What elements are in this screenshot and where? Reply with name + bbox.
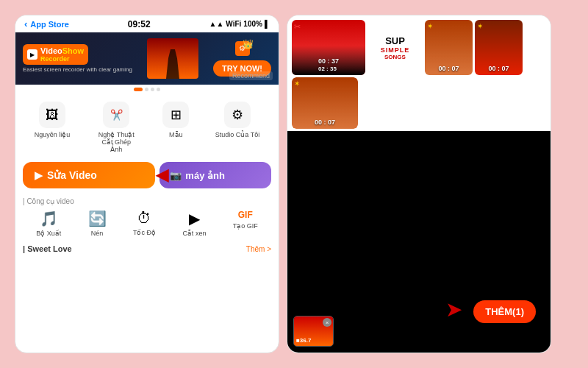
tools-grid: 🎵 Bộ Xuất 🔄 Nén ⏱ Tốc Độ ▶ Cắt xen GIF xyxy=(23,210,271,237)
tool-tao-gif[interactable]: GIF Tạo GIF xyxy=(233,210,258,237)
ad-logo-text1: VideoShow xyxy=(40,46,84,55)
ad-banner: ▶ VideoShow Recorder Easiest screen reco… xyxy=(15,32,279,85)
dot-2 xyxy=(145,88,148,91)
thumb-row2-1[interactable]: ✶ 00 : 07 xyxy=(292,77,358,129)
ad-logo-text2: Recorder xyxy=(40,55,84,63)
sup-text: SUP xyxy=(385,35,405,46)
nen-icon: 🔄 xyxy=(88,210,107,227)
left-panel: ‹ App Store 09:52 ▲▲ WiFi 100% ▌ ▶ Video… xyxy=(15,15,279,353)
ad-crown-area: ⚙ 👑 xyxy=(235,41,250,56)
tools-title: | Công cụ video xyxy=(23,197,271,205)
menu-item-mau[interactable]: ⊞ Mẫu xyxy=(162,102,189,153)
thumb-1-scissors: ✂ xyxy=(294,22,301,32)
bo-xuat-label: Bộ Xuất xyxy=(36,230,61,237)
thumb-row2-1-time: 00 : 07 xyxy=(315,118,335,126)
mau-label: Mẫu xyxy=(169,131,183,138)
thumbnails-row-2: ✶ 00 : 07 xyxy=(287,77,551,131)
tool-nen[interactable]: 🔄 Nén xyxy=(88,210,107,237)
nghe-thuat-icon: ✂️ xyxy=(103,102,129,128)
thumb-star-1: ✶ xyxy=(427,22,433,30)
photo-btn-label: máy ảnh xyxy=(185,170,225,181)
cat-xen-label: Cắt xen xyxy=(182,230,206,237)
ad-hero xyxy=(138,38,207,79)
mau-icon: ⊞ xyxy=(162,102,189,128)
sua-video-button[interactable]: ▶ Sửa Video ◀ xyxy=(23,162,155,188)
tao-gif-icon: GIF xyxy=(238,210,253,220)
bo-xuat-icon: 🎵 xyxy=(40,210,58,227)
dot-4 xyxy=(157,88,160,91)
recommend-label: Recommend xyxy=(229,71,273,80)
thumb-star-3: ✶ xyxy=(294,79,300,88)
photo-btn-icon: 📷 xyxy=(170,170,182,181)
crown-icon: 👑 xyxy=(243,39,254,49)
sweet-more-link[interactable]: Thêm > xyxy=(246,245,271,253)
bottom-thumb-close-btn[interactable]: × xyxy=(323,318,331,327)
simple-songs-logo: SUP SIMPLE SONGS xyxy=(381,35,410,60)
thumb-portrait-1[interactable]: ✶ 00 : 07 xyxy=(425,20,473,75)
thumb-logo[interactable]: SUP SIMPLE SONGS xyxy=(368,20,423,75)
sweet-section: | Sweet Love Thêm > xyxy=(15,240,279,256)
thumb-1-time: 00 : 3702 : 35 xyxy=(318,57,339,72)
thumb-logo-bg: SUP SIMPLE SONGS xyxy=(368,20,423,75)
nguyen-lieu-label: Nguyên liệu xyxy=(35,131,71,138)
status-left: ‹ App Store xyxy=(24,18,69,29)
video-btn-label: Sửa Video xyxy=(47,169,97,181)
tools-section: | Công cụ video 🎵 Bộ Xuất 🔄 Nén ⏱ Tốc Độ… xyxy=(15,193,279,240)
status-bar: ‹ App Store 09:52 ▲▲ WiFi 100% ▌ xyxy=(15,15,279,32)
thumbnails-row-1: ✂ 00 : 3702 : 35 SUP SIMPLE SONGS ✶ xyxy=(287,15,551,77)
hero-silhouette xyxy=(162,49,184,79)
battery-label: 100% xyxy=(243,20,262,28)
dot-3 xyxy=(151,88,154,91)
studio-label: Studio Của Tôi xyxy=(215,131,259,138)
signal-icon: ▲▲ xyxy=(209,20,224,28)
menu-grid: 🖼 Nguyên liệu ✂️ Nghệ Thuật Cắt Ghép Ảnh… xyxy=(15,94,279,158)
tool-cat-xen[interactable]: ▶ Cắt xen xyxy=(182,210,206,237)
bottom-thumb-time: ■36.7 xyxy=(296,337,311,344)
action-buttons: ▶ Sửa Video ◀ 📷 máy ảnh xyxy=(15,158,279,193)
bottom-small-thumb[interactable]: × ■36.7 xyxy=(293,316,334,347)
right-panel: ✂ 00 : 3702 : 35 SUP SIMPLE SONGS ✶ xyxy=(287,15,551,353)
thumb-star-2: ✶ xyxy=(477,22,483,30)
tool-toc-do[interactable]: ⏱ Tốc Độ xyxy=(133,210,156,237)
menu-item-studio[interactable]: ⚙ Studio Của Tôi xyxy=(215,102,259,153)
may-anh-button[interactable]: 📷 máy ảnh xyxy=(159,162,271,188)
main-video-area: ➤ THÊM(1) × ■36.7 xyxy=(287,131,551,353)
status-time: 09:52 xyxy=(128,19,151,29)
nguyen-lieu-icon: 🖼 xyxy=(39,102,65,128)
video-arrow-icon: ◀ xyxy=(156,166,168,185)
tool-bo-xuat[interactable]: 🎵 Bộ Xuất xyxy=(36,210,61,237)
thumb-1[interactable]: ✂ 00 : 3702 : 35 xyxy=(292,20,365,75)
video-btn-icon: ▶ xyxy=(35,169,43,181)
them-button[interactable]: THÊM(1) xyxy=(473,300,536,323)
sweet-title: | Sweet Love xyxy=(23,244,72,253)
ad-sub-text: Easiest screen recorder with clear gamin… xyxy=(23,66,132,73)
wifi-icon: WiFi xyxy=(226,20,241,28)
carousel-dots xyxy=(15,85,279,94)
studio-icon: ⚙ xyxy=(224,102,251,128)
menu-item-nguyen-lieu[interactable]: 🖼 Nguyên liệu xyxy=(35,102,71,153)
status-right: ▲▲ WiFi 100% ▌ xyxy=(209,20,270,28)
thumb-portrait-2-time: 00 : 07 xyxy=(488,65,509,72)
app-store-label: App Store xyxy=(30,20,69,29)
nen-label: Nén xyxy=(91,230,104,237)
ad-hero-image xyxy=(147,38,198,79)
nghe-thuat-label: Nghệ Thuật Cắt Ghép Ảnh xyxy=(96,131,137,153)
back-icon: ‹ xyxy=(24,18,27,29)
songs-text: SONGS xyxy=(384,54,406,60)
thumb-portrait-1-time: 00 : 07 xyxy=(438,65,459,72)
battery-icon: ▌ xyxy=(265,20,270,28)
ad-logo: ▶ VideoShow Recorder Easiest screen reco… xyxy=(23,44,132,73)
videoshow-icon: ▶ xyxy=(27,49,37,60)
toc-do-icon: ⏱ xyxy=(137,210,151,227)
menu-item-nghe-thuat[interactable]: ✂️ Nghệ Thuật Cắt Ghép Ảnh xyxy=(96,102,137,153)
them-arrow-icon: ➤ xyxy=(445,297,462,322)
simple-text: SIMPLE xyxy=(381,46,410,54)
toc-do-label: Tốc Độ xyxy=(133,229,156,236)
dot-1 xyxy=(134,88,143,91)
ad-logo-highlight: Show xyxy=(62,46,84,55)
thumb-portrait-2[interactable]: ✶ 00 : 07 xyxy=(475,20,523,75)
ad-logo-box: ▶ VideoShow Recorder xyxy=(23,44,88,65)
cat-xen-icon: ▶ xyxy=(189,210,200,227)
tao-gif-label: Tạo GIF xyxy=(233,222,258,230)
